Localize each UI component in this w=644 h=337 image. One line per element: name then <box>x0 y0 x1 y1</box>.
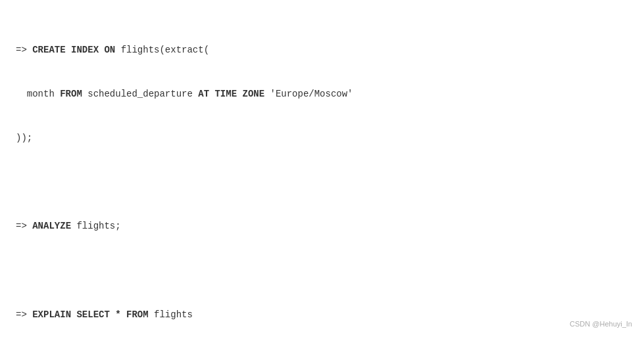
line-7: => EXPLAIN SELECT * FROM flights <box>16 307 628 322</box>
code-block: => CREATE INDEX ON flights(extract( mont… <box>16 13 628 337</box>
line-3: )); <box>16 131 628 145</box>
line1-rest: flights(extract( <box>115 45 209 55</box>
main-container: => CREATE INDEX ON flights(extract( mont… <box>0 0 644 337</box>
line-4-blank <box>16 175 628 189</box>
string-1: 'Europe/Moscow' <box>270 89 353 99</box>
keyword-explain-select: EXPLAIN SELECT * FROM <box>32 309 148 320</box>
keyword-analyze: ANALYZE <box>32 221 71 231</box>
line-2: month FROM scheduled_departure AT TIME Z… <box>16 87 628 101</box>
prompt-3: => <box>16 309 32 320</box>
line-5: => ANALYZE flights; <box>16 219 628 233</box>
line-6-blank <box>16 263 628 278</box>
prompt-2: => <box>16 221 32 231</box>
watermark: CSDN @Hehuyi_In <box>570 320 632 328</box>
prompt-1: => <box>16 45 32 55</box>
line5-rest: flights; <box>71 221 121 231</box>
keyword-from-1: FROM <box>60 89 82 99</box>
line-1: => CREATE INDEX ON flights(extract( <box>16 43 628 57</box>
keyword-at-time-zone-1: AT TIME ZONE <box>198 89 264 99</box>
keyword-create-index: CREATE INDEX ON <box>32 45 115 55</box>
